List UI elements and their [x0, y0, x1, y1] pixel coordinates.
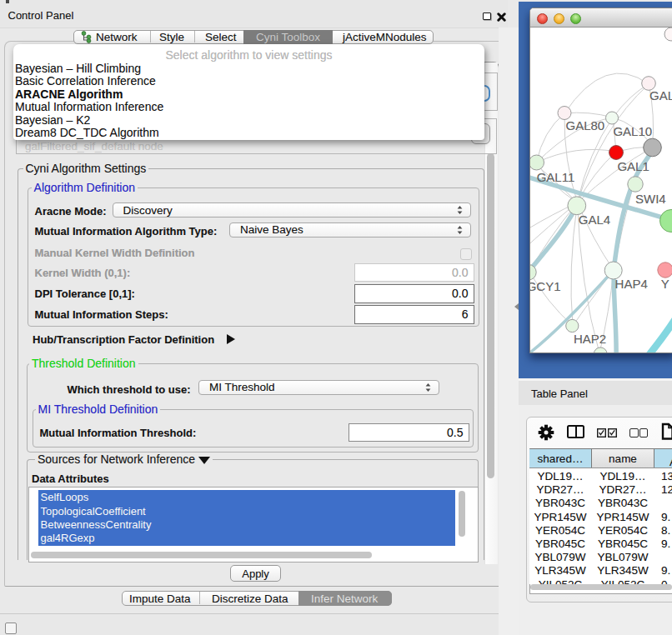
svg-text:GAL7: GAL7: [649, 88, 672, 102]
svg-text:GAL1: GAL1: [617, 159, 649, 173]
svg-text:GAL11: GAL11: [537, 170, 575, 184]
svg-text:Y: Y: [661, 277, 669, 291]
svg-text:GAL4: GAL4: [579, 212, 610, 227]
svg-text:HAP4: HAP4: [615, 277, 648, 291]
svg-text:SWI4: SWI4: [635, 192, 666, 206]
svg-text:GCY1: GCY1: [530, 279, 561, 293]
svg-text:GAL10: GAL10: [613, 125, 652, 139]
svg-text:GAL80: GAL80: [566, 118, 605, 132]
svg-text:HAP2: HAP2: [574, 332, 606, 346]
